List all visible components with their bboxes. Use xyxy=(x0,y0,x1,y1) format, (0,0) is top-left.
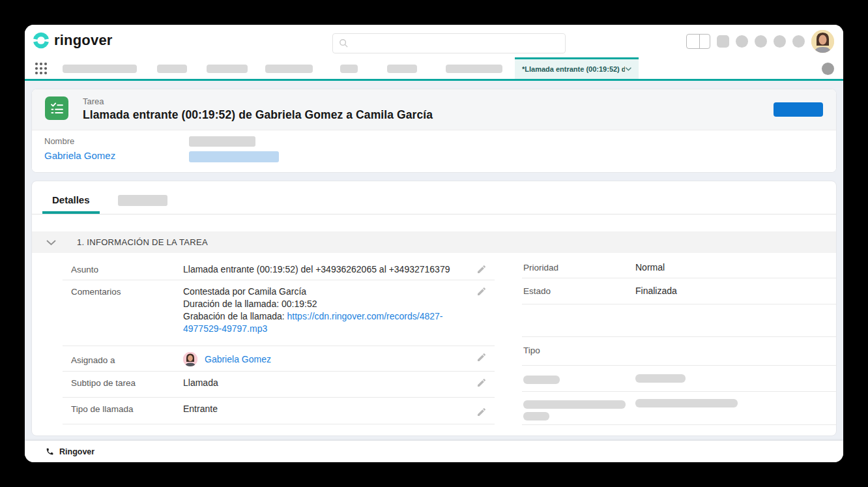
placeholder-bar xyxy=(189,136,255,147)
tab-detalles[interactable]: Detalles xyxy=(42,190,100,214)
field-row-comentarios: Comentarios Contestada por Camila García… xyxy=(63,280,495,346)
field-label: Asunto xyxy=(71,263,183,274)
fields-column-right: Prioridad Normal Estado Finalizada Tipo xyxy=(522,258,836,425)
tab-llamada-entrante[interactable]: *Llamada entrante (00:19:52) de… xyxy=(515,57,639,79)
nav-placeholder-icon[interactable] xyxy=(822,63,834,75)
nav-item-placeholder[interactable] xyxy=(265,65,313,73)
field-value-placeholder xyxy=(635,399,836,407)
field-row-estado: Estado Finalizada xyxy=(522,278,836,304)
nav-item-placeholder[interactable] xyxy=(387,65,417,73)
footer-bar: Ringover xyxy=(25,441,843,462)
section-header-informacion[interactable]: 1. INFORMACIÓN DE LA TAREA xyxy=(32,231,836,253)
user-avatar[interactable] xyxy=(811,30,834,53)
highlight-name-field: Nombre Gabriela Gomez xyxy=(44,136,189,162)
field-row-placeholder xyxy=(522,392,836,425)
search-input[interactable] xyxy=(353,38,559,48)
footer-brand-label: Ringover xyxy=(59,447,94,456)
field-label: Subtipo de tarea xyxy=(71,377,183,388)
tabs-row: Detalles xyxy=(32,181,836,214)
field-value: Finalizada xyxy=(635,285,836,297)
field-label: Asignado a xyxy=(71,354,183,365)
edit-pencil-icon[interactable] xyxy=(476,264,487,274)
topbar-placeholder-icon[interactable] xyxy=(792,35,805,48)
top-bar: ringover xyxy=(25,25,843,57)
record-header-top: Tarea Llamada entrante (00:19:52) de Gab… xyxy=(32,89,836,130)
ringover-logo: ringover xyxy=(33,32,113,49)
record-header-texts: Tarea Llamada entrante (00:19:52) de Gab… xyxy=(83,96,433,122)
task-icon xyxy=(45,96,68,120)
phone-icon xyxy=(46,447,54,456)
comment-line-prefix: Grabación de la llamada: xyxy=(183,311,287,321)
nav-item-placeholder[interactable] xyxy=(446,65,502,73)
nav-item-placeholder[interactable] xyxy=(340,65,358,73)
field-row-asignado: Asignado a Gabriela Gomez xyxy=(63,346,495,372)
details-card: Detalles 1. INFORMACIÓN DE LA TAREA Asun… xyxy=(31,181,837,436)
nav-item-placeholder[interactable] xyxy=(63,65,137,73)
placeholder-link-bar[interactable] xyxy=(189,151,279,162)
record-highlights: Nombre Gabriela Gomez xyxy=(32,130,836,172)
field-label: Tipo xyxy=(523,344,635,355)
topbar-actions xyxy=(686,25,834,57)
field-row-tipo-llamada: Tipo de llamada Entrante xyxy=(63,398,495,424)
field-value: Gabriela Gomez xyxy=(183,352,495,366)
field-value: Normal xyxy=(635,261,836,274)
field-label-placeholder xyxy=(523,399,635,421)
field-value-placeholder xyxy=(635,374,836,383)
field-label: Tipo de llamada xyxy=(71,403,183,414)
fields-column-left: Asunto Llamada entrante (00:19:52) del +… xyxy=(63,258,495,425)
field-value: Contestada por Camila García Duración de… xyxy=(183,286,495,335)
field-value: Llamada entrante (00:19:52) del +3493626… xyxy=(183,263,495,276)
name-field-label: Nombre xyxy=(44,136,189,146)
main-content: Tarea Llamada entrante (00:19:52) de Gab… xyxy=(25,81,843,441)
app-launcher-icon[interactable] xyxy=(35,62,48,75)
assignee-avatar xyxy=(183,352,197,366)
field-row-tipo: Tipo xyxy=(522,337,836,366)
record-header-card: Tarea Llamada entrante (00:19:52) de Gab… xyxy=(31,89,837,173)
assignee-link[interactable]: Gabriela Gomez xyxy=(205,353,271,366)
tab-label: *Llamada entrante (00:19:52) de… xyxy=(522,65,625,73)
name-link[interactable]: Gabriela Gomez xyxy=(44,150,115,161)
field-label-placeholder xyxy=(523,374,635,384)
ringover-logo-text: ringover xyxy=(54,32,113,49)
search-icon xyxy=(339,38,349,48)
field-value: Entrante xyxy=(183,403,495,415)
chevron-down-icon[interactable] xyxy=(46,239,57,246)
split-view-icon[interactable] xyxy=(686,34,710,49)
comment-line: Duración de la llamada: 00:19:52 xyxy=(183,298,472,310)
field-row-empty xyxy=(522,304,836,337)
fields-area: Asunto Llamada entrante (00:19:52) del +… xyxy=(32,253,836,425)
edit-pencil-icon[interactable] xyxy=(476,352,487,362)
topbar-placeholder-icon[interactable] xyxy=(774,35,786,48)
edit-pencil-icon[interactable] xyxy=(476,377,487,388)
field-label: Estado xyxy=(523,285,635,296)
app-window: ringover xyxy=(25,25,843,462)
edit-pencil-icon[interactable] xyxy=(476,286,487,297)
comment-line: Contestada por Camila García xyxy=(183,286,472,298)
comment-line: Grabación de la llamada: https://cdn.rin… xyxy=(183,310,472,335)
field-row-asunto: Asunto Llamada entrante (00:19:52) del +… xyxy=(63,258,495,280)
field-label: Comentarios xyxy=(71,286,183,297)
section-title: 1. INFORMACIÓN DE LA TAREA xyxy=(77,237,208,247)
field-value: Llamada xyxy=(183,377,495,389)
entity-label: Tarea xyxy=(83,96,433,106)
field-row-placeholder xyxy=(522,366,836,392)
nav-item-placeholder[interactable] xyxy=(157,65,187,73)
topbar-placeholder-icon[interactable] xyxy=(736,35,748,48)
topbar-placeholder-icon[interactable] xyxy=(717,35,729,48)
chevron-down-icon[interactable] xyxy=(625,66,632,72)
edit-pencil-icon[interactable] xyxy=(476,407,487,417)
header-action-button[interactable] xyxy=(774,102,823,117)
field-row-subtipo: Subtipo de tarea Llamada xyxy=(63,372,495,398)
field-label: Prioridad xyxy=(523,261,635,273)
field-row-prioridad: Prioridad Normal xyxy=(522,258,836,278)
topbar-placeholder-icon[interactable] xyxy=(755,35,767,48)
nav-item-placeholder[interactable] xyxy=(207,65,248,73)
page-title: Llamada entrante (00:19:52) de Gabriela … xyxy=(83,108,433,122)
ringover-logo-icon xyxy=(33,32,50,49)
global-search xyxy=(332,33,566,53)
highlight-placeholder-field xyxy=(189,136,279,162)
nav-bar: *Llamada entrante (00:19:52) de… xyxy=(25,57,843,81)
tab-placeholder[interactable] xyxy=(118,195,167,206)
